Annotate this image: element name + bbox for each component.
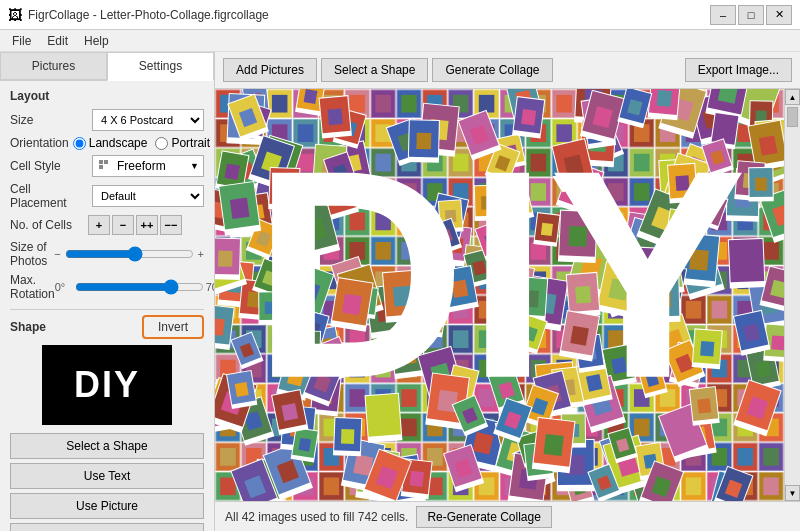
rotation-row: Max. Rotation 0° 70° bbox=[10, 273, 204, 301]
status-text: All 42 images used to fill 742 cells. bbox=[225, 510, 408, 524]
right-area: Add Pictures Select a Shape Generate Col… bbox=[215, 52, 800, 531]
orientation-label: Orientation bbox=[10, 136, 69, 150]
scroll-thumb[interactable] bbox=[787, 107, 798, 127]
app-icon: 🖼 bbox=[8, 7, 22, 23]
photos-size-slider[interactable] bbox=[65, 246, 194, 262]
shape-preview-text: DIY bbox=[74, 364, 140, 406]
rotation-container: 0° 70° bbox=[55, 279, 214, 295]
cell-placement-select[interactable]: Default Random Sorted bbox=[92, 185, 204, 207]
panel-scroll: Layout Size 4 X 6 Postcard 5 X 7 8 X 10 … bbox=[0, 81, 214, 531]
cells-subtract-more-btn[interactable]: −− bbox=[160, 215, 182, 235]
canvas-area: ▲ ▼ bbox=[215, 89, 800, 501]
shape-section: Shape Invert DIY Select a Shape Use Text… bbox=[10, 315, 204, 531]
size-label: Size bbox=[10, 113, 88, 127]
menu-file[interactable]: File bbox=[4, 32, 39, 50]
rotation-min-val: 0° bbox=[55, 281, 73, 293]
cells-label: No. of Cells bbox=[10, 218, 88, 232]
use-picture-button[interactable]: Use Picture bbox=[10, 493, 204, 519]
collage-tiles bbox=[215, 89, 784, 501]
rotation-slider[interactable] bbox=[75, 279, 204, 295]
svg-rect-0 bbox=[99, 160, 103, 164]
cell-style-arrow: ▼ bbox=[190, 161, 199, 171]
scroll-down-arrow[interactable]: ▼ bbox=[785, 485, 800, 501]
cells-add-btn[interactable]: + bbox=[88, 215, 110, 235]
rotation-max-val: 70° bbox=[206, 281, 214, 293]
invert-button[interactable]: Invert bbox=[142, 315, 204, 339]
cell-placement-label: Cell Placement bbox=[10, 182, 88, 210]
select-shape-toolbar-button[interactable]: Select a Shape bbox=[321, 58, 428, 82]
cell-placement-row: Cell Placement Default Random Sorted bbox=[10, 182, 204, 210]
landscape-radio[interactable]: Landscape bbox=[73, 136, 148, 150]
title-bar: 🖼 FigrCollage - Letter-Photo-Collage.fig… bbox=[0, 0, 800, 30]
use-text-button[interactable]: Use Text bbox=[10, 463, 204, 489]
photos-size-label: Size of Photos bbox=[10, 240, 54, 268]
title-bar-left: 🖼 FigrCollage - Letter-Photo-Collage.fig… bbox=[8, 7, 269, 23]
title-bar-controls: – □ ✕ bbox=[710, 5, 792, 25]
size-row: Size 4 X 6 Postcard 5 X 7 8 X 10 bbox=[10, 109, 204, 131]
shape-section-title: Shape bbox=[10, 320, 46, 334]
size-select[interactable]: 4 X 6 Postcard 5 X 7 8 X 10 bbox=[92, 109, 204, 131]
rotation-label: Max. Rotation bbox=[10, 273, 55, 301]
cell-style-control[interactable]: Freeform ▼ bbox=[92, 155, 204, 177]
orientation-radios: Landscape Portrait bbox=[73, 136, 210, 150]
tab-settings[interactable]: Settings bbox=[107, 52, 214, 81]
toolbar: Add Pictures Select a Shape Generate Col… bbox=[215, 52, 800, 89]
export-image-button[interactable]: Export Image... bbox=[685, 58, 792, 82]
portrait-radio[interactable]: Portrait bbox=[155, 136, 210, 150]
cell-style-row: Cell Style Freeform ▼ bbox=[10, 155, 204, 177]
close-button[interactable]: ✕ bbox=[766, 5, 792, 25]
tabs: Pictures Settings bbox=[0, 52, 214, 81]
orientation-row: Orientation Landscape Portrait bbox=[10, 136, 204, 150]
main-layout: Pictures Settings Layout Size 4 X 6 Post… bbox=[0, 52, 800, 531]
maximize-button[interactable]: □ bbox=[738, 5, 764, 25]
cells-row: No. of Cells + − ++ −− bbox=[10, 215, 204, 235]
svg-rect-1 bbox=[104, 160, 108, 164]
panel-content: Layout Size 4 X 6 Postcard 5 X 7 8 X 10 … bbox=[0, 81, 214, 531]
scroll-track[interactable] bbox=[785, 105, 800, 485]
left-panel: Pictures Settings Layout Size 4 X 6 Post… bbox=[0, 52, 215, 531]
photos-size-row: Size of Photos − + bbox=[10, 240, 204, 268]
scroll-up-arrow[interactable]: ▲ bbox=[785, 89, 800, 105]
photos-size-minus: − bbox=[54, 248, 60, 260]
menu-edit[interactable]: Edit bbox=[39, 32, 76, 50]
select-shape-button[interactable]: Select a Shape bbox=[10, 433, 204, 459]
regen-button[interactable]: Re-Generate Collage bbox=[416, 506, 551, 528]
draw-edit-shape-button[interactable]: Draw or Edit Shape bbox=[10, 523, 204, 531]
svg-rect-2 bbox=[99, 165, 103, 169]
generate-collage-button[interactable]: Generate Collage bbox=[432, 58, 552, 82]
tab-pictures[interactable]: Pictures bbox=[0, 52, 107, 80]
cells-controls: + − ++ −− bbox=[88, 215, 182, 235]
freeform-icon bbox=[97, 158, 113, 174]
add-pictures-button[interactable]: Add Pictures bbox=[223, 58, 317, 82]
menu-help[interactable]: Help bbox=[76, 32, 117, 50]
photos-size-plus: + bbox=[198, 248, 204, 260]
cells-add-more-btn[interactable]: ++ bbox=[136, 215, 158, 235]
status-bar: All 42 images used to fill 742 cells. Re… bbox=[215, 501, 800, 531]
photos-size-slider-container: − + bbox=[54, 246, 204, 262]
menu-bar: File Edit Help bbox=[0, 30, 800, 52]
layout-section-title: Layout bbox=[10, 89, 204, 103]
cell-style-value: Freeform bbox=[117, 159, 166, 173]
title-bar-title: FigrCollage - Letter-Photo-Collage.figrc… bbox=[28, 8, 269, 22]
divider bbox=[10, 309, 204, 310]
cells-subtract-btn[interactable]: − bbox=[112, 215, 134, 235]
cell-style-label: Cell Style bbox=[10, 159, 88, 173]
minimize-button[interactable]: – bbox=[710, 5, 736, 25]
shape-preview: DIY bbox=[42, 345, 172, 425]
right-scrollbar[interactable]: ▲ ▼ bbox=[784, 89, 800, 501]
